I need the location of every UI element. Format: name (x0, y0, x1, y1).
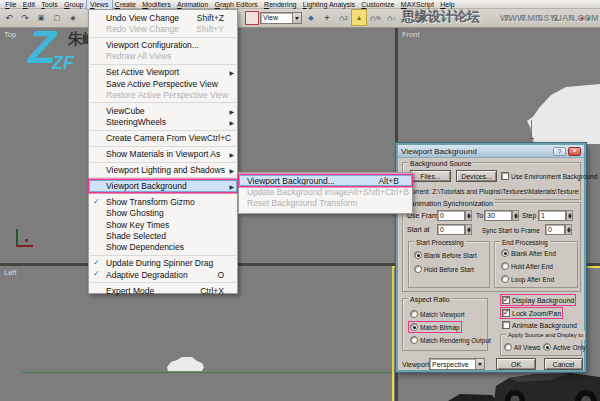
menu-item-adaptive-degradation[interactable]: ✓Adaptive DegradationO (89, 269, 237, 280)
to-frame-field[interactable]: 30 (484, 210, 512, 221)
active-only-radio[interactable] (543, 343, 551, 351)
menu-item-save-active-perspective-view[interactable]: Save Active Perspective View (89, 78, 237, 89)
hold-after-end-radio[interactable] (501, 262, 509, 270)
start-processing-group: Start Processing Blank Before Start Hold… (408, 241, 490, 288)
menu-item-create-camera-from-view[interactable]: Create Camera From ViewCtrl+C (89, 133, 237, 144)
menu-item-viewport-background[interactable]: Viewport Background▶ (89, 180, 237, 191)
menu-bar: File Edit Tools Group Views Create Modif… (0, 0, 600, 9)
menu-item-show-ghosting[interactable]: Show Ghosting (89, 207, 237, 218)
select-and-manipulate-icon[interactable]: + (320, 10, 334, 25)
use-center-icon[interactable]: ◆ (304, 10, 318, 25)
menubar-rendering[interactable]: Rendering (261, 0, 300, 9)
menu-item-show-materials-in-viewport-as[interactable]: Show Materials in Viewport As▶ (89, 148, 237, 159)
menu-item-set-active-viewport[interactable]: Set Active Viewport▶ (89, 67, 237, 78)
menubar-maxscript[interactable]: MAXScript (398, 0, 437, 9)
menu-item-show-dependencies[interactable]: Show Dependencies (89, 242, 237, 253)
angle-snap-icon[interactable]: ▲ (352, 10, 366, 25)
start-at-spinner[interactable] (465, 224, 472, 235)
match-rendering-output-radio[interactable] (410, 336, 418, 344)
match-viewport-radio[interactable] (410, 310, 418, 318)
use-environment-checkbox[interactable] (501, 172, 509, 180)
undo-icon[interactable]: ↶ (2, 10, 16, 25)
menubar-create[interactable]: Create (112, 0, 139, 9)
animate-background-checkbox[interactable] (502, 321, 510, 329)
start-at-field[interactable]: 0 (437, 224, 465, 235)
loop-after-end-radio[interactable] (501, 275, 509, 283)
hold-before-start-radio[interactable] (414, 265, 422, 273)
bind-to-spacewarp-icon[interactable]: ◈ (66, 10, 80, 25)
use-frame-field[interactable]: 0 (437, 210, 465, 221)
menu-item-viewport-lighting-and-shadows[interactable]: Viewport Lighting and Shadows▶ (89, 164, 237, 175)
menu-item-undo-view-change[interactable]: Undo View ChangeShift+Z (89, 12, 237, 23)
menu-item-show-transform-gizmo[interactable]: ✓Show Transform Gizmo (89, 196, 237, 207)
select-and-link-icon[interactable]: ▣ (34, 10, 48, 25)
viewport-front-label: Front (402, 30, 420, 39)
match-bitmap-radio[interactable] (410, 323, 418, 331)
dialog-titlebar[interactable]: Viewport Background ? ✕ (398, 145, 584, 158)
step-spinner[interactable] (566, 210, 573, 221)
menubar-help[interactable]: Help (437, 0, 458, 9)
to-frame-spinner[interactable] (512, 210, 519, 221)
spinner-snap-icon[interactable]: ∩↕ (384, 10, 398, 25)
background-source-group: Background Source Files... Devices... Us… (402, 162, 581, 200)
ok-button[interactable]: OK (496, 358, 536, 370)
redo-icon[interactable]: ↷ (18, 10, 32, 25)
unlink-selection-icon[interactable]: ▢ (50, 10, 64, 25)
menubar-lighting-analysis[interactable]: Lighting Analysis (300, 0, 359, 9)
menu-item-shade-selected[interactable]: Shade Selected (89, 230, 237, 241)
apply-source-group: Apply Source and Display to All Views Ac… (500, 334, 582, 356)
snap-toggle-3d-icon[interactable]: ∩3 (336, 10, 350, 25)
menu-item-expert-mode[interactable]: Expert ModeCtrl+X (89, 285, 237, 296)
submenu-item-update-background-image[interactable]: Update Background ImageAlt+Shift+Ctrl+B (239, 186, 412, 197)
menubar-modifiers[interactable]: Modifiers (139, 0, 174, 9)
reference-coordinate-dropdown[interactable]: View (260, 12, 302, 24)
blank-after-end-radio[interactable] (501, 249, 509, 257)
all-views-radio[interactable] (504, 343, 512, 351)
menubar-customize[interactable]: Customize (358, 0, 397, 9)
car-model-left-view (165, 355, 205, 374)
dialog-close-button[interactable]: ✕ (568, 147, 581, 156)
menu-item-show-key-times[interactable]: Show Key Times (89, 219, 237, 230)
use-frame-spinner[interactable] (465, 210, 472, 221)
dialog-content: Background Source Files... Devices... Us… (398, 158, 584, 370)
cancel-button[interactable]: Cancel (544, 358, 583, 370)
submenu-item-viewport-background[interactable]: Viewport Background...Alt+B (239, 175, 412, 186)
menu-item-viewcube[interactable]: ViewCube▶ (89, 105, 237, 116)
menubar-group[interactable]: Group (61, 0, 87, 9)
menubar-file[interactable]: File (2, 0, 20, 9)
menu-item-viewport-configuration[interactable]: Viewport Configuration... (89, 39, 237, 50)
submenu-arrow-icon: ▶ (229, 167, 234, 174)
dialog-title: Viewport Background (401, 147, 477, 156)
car-model-front-view (520, 80, 600, 144)
menubar-views[interactable]: Views (87, 0, 112, 9)
menubar-edit[interactable]: Edit (20, 0, 38, 9)
watermark-site-name: 思缘设计论坛 (402, 8, 480, 26)
files-button[interactable]: Files... (410, 170, 451, 182)
viewport-select-value: Perspective (432, 361, 469, 368)
menu-item-update-during-spinner-drag[interactable]: ✓Update During Spinner Drag (89, 258, 237, 269)
menubar-animation[interactable]: Animation (174, 0, 212, 9)
menu-item-redraw-all-views[interactable]: Redraw All Views (89, 51, 237, 62)
menubar-graph-editors[interactable]: Graph Editors (211, 0, 261, 9)
percent-snap-icon[interactable]: ∩% (368, 10, 382, 25)
lock-zoom-pan-checkbox[interactable] (502, 309, 510, 317)
selection-filter-icon[interactable] (246, 12, 258, 24)
display-background-checkbox[interactable] (502, 296, 510, 304)
blank-before-start-radio[interactable] (414, 251, 422, 259)
animation-sync-group: Animation Synchronization Use Frame 0 To… (402, 202, 581, 292)
sync-start-spinner[interactable] (565, 224, 572, 235)
submenu-item-reset-background-transform[interactable]: Reset Background Transform (239, 198, 412, 209)
dialog-help-button[interactable]: ? (553, 147, 566, 156)
viewport-select-dropdown[interactable]: Perspective (429, 358, 485, 370)
sync-start-field[interactable]: 0 (545, 224, 565, 235)
menu-item-steeringwheels[interactable]: SteeringWheels▶ (89, 117, 237, 128)
step-field[interactable]: 1 (538, 210, 566, 221)
menubar-tools[interactable]: Tools (38, 0, 61, 9)
menu-item-redo-view-change[interactable]: Redo View ChangeShift+Y (89, 23, 237, 34)
viewport-watermark-zf: ZF (52, 53, 74, 74)
current-path: Z:\Tutorials and Plugins\Textures\Materi… (432, 188, 579, 195)
checkmark-icon: ✓ (93, 197, 100, 206)
devices-button[interactable]: Devices... (456, 170, 497, 182)
checkmark-icon: ✓ (93, 258, 100, 267)
menu-item-restore-active-perspective-view[interactable]: Restore Active Perspective View (89, 89, 237, 100)
